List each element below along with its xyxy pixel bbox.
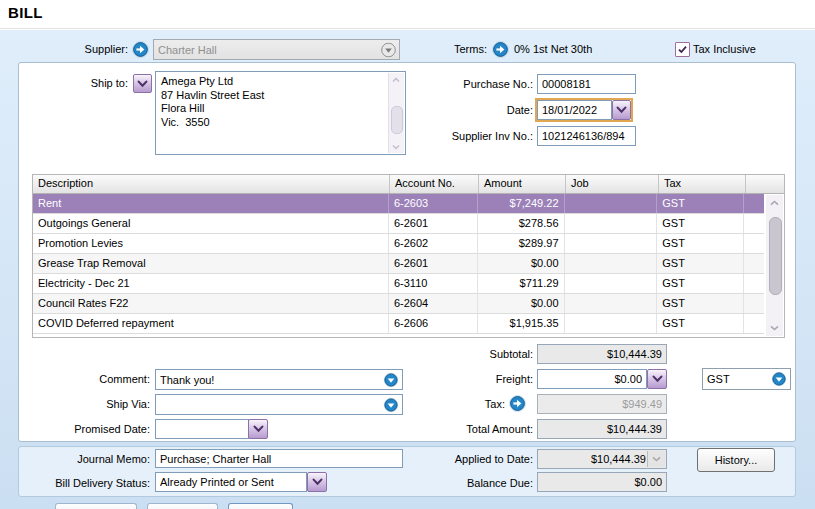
cutoff-button-1[interactable] bbox=[55, 503, 137, 509]
supplier-inv-field[interactable]: 1021246136/894 bbox=[537, 126, 636, 146]
comment-field[interactable]: Thank you! bbox=[155, 369, 403, 390]
cell-blank bbox=[744, 314, 764, 333]
comment-dropdown-icon[interactable] bbox=[383, 372, 399, 387]
delivery-status-label: Bill Delivery Status: bbox=[20, 477, 150, 489]
cell-amount[interactable]: $1,915.35 bbox=[478, 314, 565, 333]
date-calendar-button[interactable] bbox=[612, 100, 631, 120]
delivery-status-field[interactable]: Already Printed or Sent bbox=[155, 472, 307, 492]
supplier-dropdown-icon[interactable] bbox=[381, 42, 396, 57]
cell-blank bbox=[744, 254, 764, 273]
cell-description[interactable]: Outgoings General bbox=[33, 214, 389, 233]
table-scrollbar[interactable] bbox=[766, 195, 783, 336]
promised-date-calendar-button[interactable] bbox=[248, 419, 268, 439]
tax-label: Tax: bbox=[420, 398, 505, 410]
tax-inclusive-checkbox[interactable] bbox=[675, 42, 690, 57]
date-field-group: 18/01/2022 bbox=[537, 100, 631, 120]
table-scroll-thumb[interactable] bbox=[769, 217, 782, 295]
table-row[interactable]: Outgoings General 6-2601 $278.56 GST bbox=[33, 214, 764, 234]
cell-job[interactable] bbox=[565, 314, 658, 333]
cell-job[interactable] bbox=[565, 294, 658, 313]
cell-tax[interactable]: GST bbox=[657, 214, 744, 233]
cell-description[interactable]: Rent bbox=[33, 194, 389, 213]
bill-window: BILL Supplier: Charter Hall Terms: 0% 1s… bbox=[0, 0, 815, 509]
cell-job[interactable] bbox=[565, 234, 658, 253]
chevron-down-icon bbox=[312, 478, 323, 486]
cell-description[interactable]: Electricity - Dec 21 bbox=[33, 274, 389, 293]
promised-date-field[interactable] bbox=[155, 419, 249, 439]
column-header-job[interactable]: Job bbox=[566, 175, 659, 193]
cell-account[interactable]: 6-2604 bbox=[389, 294, 478, 313]
scroll-up-icon[interactable] bbox=[766, 196, 783, 210]
cell-job[interactable] bbox=[565, 214, 658, 233]
column-header-tax[interactable]: Tax bbox=[659, 175, 746, 193]
supplier-detail-arrow-icon[interactable] bbox=[132, 41, 149, 58]
cell-account[interactable]: 6-2601 bbox=[389, 254, 478, 273]
cell-amount[interactable]: $278.56 bbox=[478, 214, 565, 233]
applied-to-date-label: Applied to Date: bbox=[420, 453, 533, 465]
cell-job[interactable] bbox=[565, 274, 658, 293]
cell-blank bbox=[744, 234, 764, 253]
cell-description[interactable]: Council Rates F22 bbox=[33, 294, 389, 313]
cell-tax[interactable]: GST bbox=[657, 194, 744, 213]
applied-to-date-value: $10,444.39 bbox=[591, 453, 646, 465]
cell-description[interactable]: Promotion Levies bbox=[33, 234, 389, 253]
cell-account[interactable]: 6-2606 bbox=[389, 314, 478, 333]
chevron-down-icon bbox=[253, 425, 264, 433]
supplier-field[interactable]: Charter Hall bbox=[153, 39, 400, 60]
cell-account[interactable]: 6-2602 bbox=[389, 234, 478, 253]
terms-detail-arrow-icon[interactable] bbox=[492, 41, 509, 58]
cutoff-button-3[interactable] bbox=[228, 503, 293, 509]
total-amount-value: $10,444.39 bbox=[607, 423, 662, 435]
purchase-no-field[interactable]: 00008181 bbox=[537, 74, 636, 94]
cell-account[interactable]: 6-2603 bbox=[389, 194, 478, 213]
terms-value: 0% 1st Net 30th bbox=[514, 43, 592, 55]
table-row[interactable]: Grease Trap Removal 6-2601 $0.00 GST bbox=[33, 254, 764, 274]
journal-memo-field[interactable]: Purchase; Charter Hall bbox=[155, 449, 403, 468]
table-row[interactable]: Electricity - Dec 21 6-3110 $711.29 GST bbox=[33, 274, 764, 294]
ship-to-address-box[interactable]: Amega Pty Ltd 87 Havlin Street East Flor… bbox=[155, 71, 406, 155]
ship-via-dropdown-icon[interactable] bbox=[383, 397, 399, 412]
scroll-down-icon[interactable] bbox=[766, 321, 783, 335]
delivery-status-dropdown-button[interactable] bbox=[307, 472, 327, 492]
cell-amount[interactable]: $711.29 bbox=[478, 274, 565, 293]
date-field[interactable]: 18/01/2022 bbox=[537, 100, 612, 120]
tax-field: $949.49 bbox=[537, 394, 667, 414]
cell-amount[interactable]: $289.97 bbox=[478, 234, 565, 253]
table-header-row: Description Account No. Amount Job Tax bbox=[33, 175, 784, 194]
cutoff-button-2[interactable] bbox=[147, 503, 218, 509]
cell-account[interactable]: 6-3110 bbox=[389, 274, 478, 293]
cell-account[interactable]: 6-2601 bbox=[389, 214, 478, 233]
tax-code-dropdown-icon[interactable] bbox=[771, 372, 787, 387]
cell-tax[interactable]: GST bbox=[657, 254, 744, 273]
cell-job[interactable] bbox=[565, 254, 658, 273]
cell-amount[interactable]: $0.00 bbox=[478, 294, 565, 313]
cell-tax[interactable]: GST bbox=[657, 294, 744, 313]
ship-to-dropdown-button[interactable] bbox=[133, 74, 152, 93]
freight-field[interactable]: $0.00 bbox=[537, 369, 647, 389]
ship-via-label: Ship Via: bbox=[50, 398, 150, 410]
cell-job[interactable] bbox=[565, 194, 658, 213]
table-row[interactable]: Council Rates F22 6-2604 $0.00 GST bbox=[33, 294, 764, 314]
cell-tax[interactable]: GST bbox=[657, 274, 744, 293]
delivery-status-value: Already Printed or Sent bbox=[160, 476, 274, 488]
chevron-down-icon bbox=[652, 375, 663, 383]
cell-tax[interactable]: GST bbox=[657, 314, 744, 333]
freight-tax-code-field[interactable]: GST bbox=[702, 368, 791, 390]
cell-amount[interactable]: $0.00 bbox=[478, 254, 565, 273]
ship-to-address: Amega Pty Ltd 87 Havlin Street East Flor… bbox=[161, 75, 387, 129]
table-row[interactable]: Promotion Levies 6-2602 $289.97 GST bbox=[33, 234, 764, 254]
tax-detail-arrow-icon[interactable] bbox=[509, 395, 526, 412]
cell-amount[interactable]: $7,249.22 bbox=[478, 194, 565, 213]
column-header-description[interactable]: Description bbox=[33, 175, 390, 193]
cell-tax[interactable]: GST bbox=[657, 234, 744, 253]
table-row[interactable]: Rent 6-2603 $7,249.22 GST bbox=[33, 194, 764, 214]
terms-label: Terms: bbox=[425, 43, 487, 55]
column-header-account[interactable]: Account No. bbox=[390, 175, 479, 193]
table-row[interactable]: COVID Deferred repayment 6-2606 $1,915.3… bbox=[33, 314, 764, 334]
cell-description[interactable]: Grease Trap Removal bbox=[33, 254, 389, 273]
column-header-amount[interactable]: Amount bbox=[479, 175, 566, 193]
ship-via-field[interactable] bbox=[155, 394, 403, 415]
freight-dropdown-button[interactable] bbox=[647, 369, 667, 389]
history-button[interactable]: History... bbox=[697, 448, 775, 472]
cell-description[interactable]: COVID Deferred repayment bbox=[33, 314, 389, 333]
